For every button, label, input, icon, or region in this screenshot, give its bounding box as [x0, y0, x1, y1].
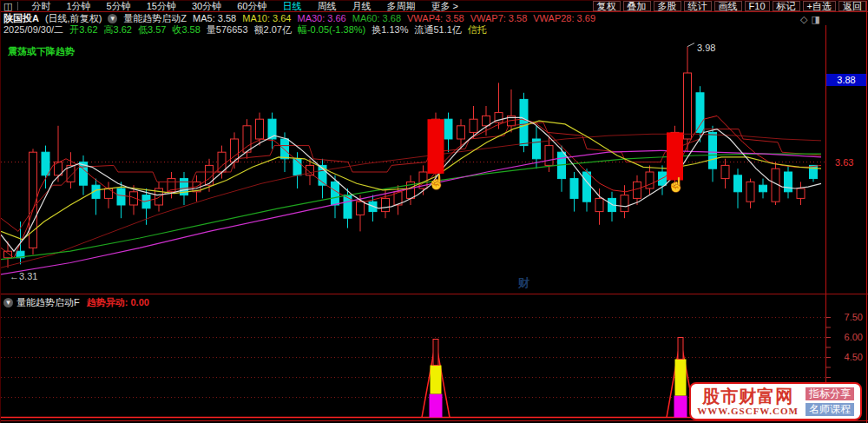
sector-label[interactable]: 信托 [468, 25, 487, 35]
candle-body [797, 188, 805, 198]
tab-multi-period[interactable]: 多周期 [386, 2, 415, 11]
toolbar-divider [17, 2, 18, 10]
tab-minute-chart[interactable]: 分时 [31, 2, 50, 11]
draw-line-button[interactable]: 画线 [714, 1, 742, 11]
buy-signal-block [667, 132, 683, 180]
amount-value: 额2.07亿 [254, 25, 292, 35]
overlay-button[interactable]: 叠加 [623, 1, 651, 11]
candle-body [4, 251, 12, 258]
spike-bar-red [433, 339, 438, 365]
date-label: 2025/09/30/二 [3, 25, 63, 35]
candle-body [42, 152, 49, 175]
candle-body [457, 126, 465, 139]
indicator-collapse-icon[interactable]: ▾ [108, 14, 117, 23]
stock-info-row: 陕国投A (日线,前复权) ▾ 量能趋势启动Z MA5: 3.58 MA10: … [3, 13, 602, 23]
window-split-icon[interactable]: ◫ [3, 2, 12, 11]
candle-body [785, 172, 792, 192]
tab-monthly[interactable]: 月线 [352, 2, 371, 11]
candle-body [634, 182, 641, 198]
candle-body [520, 99, 528, 145]
float-cap-value: 流通51.1亿 [414, 25, 461, 35]
tab-more[interactable]: 更多 > [431, 2, 457, 11]
candle-body [256, 119, 264, 139]
ma5-value: MA5: 3.58 [193, 14, 236, 23]
tab-60min[interactable]: 60分钟 [237, 2, 266, 11]
hand-pointer-icon: ☝ [667, 176, 685, 193]
tab-5min[interactable]: 5分钟 [107, 2, 131, 11]
candle-body [357, 202, 365, 215]
axis-price-363: 3.63 [835, 157, 853, 168]
mini-icons: ◇◨ [800, 14, 824, 25]
high-value: 高3.62 [104, 25, 132, 35]
candle-body [621, 195, 628, 212]
candle-body [595, 198, 603, 211]
candle-body [734, 175, 742, 192]
candle-body [117, 188, 125, 205]
main-chart-canvas[interactable]: 3.98←3.31 [1, 36, 825, 294]
tab-daily[interactable]: 日线 [282, 2, 301, 11]
vwap4-value: VWAP4: 3.58 [407, 14, 464, 23]
ma60-value: MA60: 3.68 [352, 14, 401, 23]
candlestick-chart: 3.98←3.31 [1, 36, 825, 294]
turnover-value: 换1.13% [372, 25, 408, 35]
spike-bar-magenta [674, 396, 687, 418]
bottom-border-line [1, 420, 868, 421]
watermark-char: 财 [518, 275, 529, 291]
tab-1min[interactable]: 1分钟 [66, 2, 90, 11]
site-watermark-card: 股市财富网 WWW.GSCFW.COM 指标分享 名师课程 [689, 382, 862, 420]
site-tags: 指标分享 名师课程 [806, 387, 854, 416]
site-url: WWW.GSCFW.COM [697, 406, 799, 416]
ma30-value: MA30: 3.66 [297, 14, 345, 23]
candle-body [382, 198, 390, 211]
annotation-low-price: ←3.31 [10, 271, 37, 281]
trend-annotation: 震荡或下降趋势 [8, 45, 75, 58]
panel2-axis-450: 4.50 [828, 352, 863, 362]
site-identity: 股市财富网 WWW.GSCFW.COM [697, 387, 799, 416]
restore-rights-button[interactable]: 复权 [593, 1, 621, 11]
main-indicator-name[interactable]: 量能趋势启动Z [123, 14, 187, 23]
half-square-icon[interactable]: ◨ [811, 14, 823, 24]
volume-value: 量576653 [207, 25, 248, 35]
change-value: 幅-0.05(-1.38%) [298, 25, 365, 35]
statistics-button[interactable]: 统计 [684, 1, 712, 11]
overlay-line-ma30 [1, 150, 821, 274]
spike-bar-yellow [431, 366, 442, 394]
f10-button[interactable]: F10 [745, 1, 770, 11]
mark-button[interactable]: 标记 [773, 1, 800, 11]
stock-title: 陕国投A [3, 14, 39, 23]
tdx-trading-window: ◫ 分时 1分钟 5分钟 15分钟 30分钟 60分钟 日线 周线 月线 多周期… [0, 0, 868, 423]
tab-weekly[interactable]: 周线 [317, 2, 336, 11]
candle-body [760, 185, 767, 192]
candle-body [483, 116, 490, 125]
annotation-high-price: 3.98 [697, 43, 715, 53]
candle-body [583, 172, 591, 202]
diamond-icon[interactable]: ◇ [800, 14, 811, 24]
spike-bar-yellow [675, 359, 687, 395]
tag-teacher-course: 名师课程 [806, 403, 854, 416]
multi-stock-button[interactable]: 多股 [654, 1, 681, 11]
panel2-axis-600: 6.00 [828, 332, 863, 342]
candle-body [545, 146, 553, 166]
buy-signal-block [428, 119, 444, 174]
candle-body [332, 182, 339, 205]
window-right-border [866, 1, 867, 423]
toolbar-separator-line [1, 11, 868, 12]
candle-body [646, 172, 654, 188]
vwap28-value: VWAP28: 3.69 [533, 14, 595, 23]
right-toolbar: 复权 叠加 多股 统计 画线 F10 标记 +自选 返回 [590, 1, 866, 11]
tab-30min[interactable]: 30分钟 [192, 2, 221, 11]
panel2-axis-750: 7.50 [828, 312, 863, 322]
candle-body [696, 93, 704, 133]
last-price-label: 3.88 [826, 74, 866, 86]
add-watchlist-button[interactable]: +自选 [803, 1, 836, 11]
return-button[interactable]: 返回 [838, 1, 866, 11]
candle-body [281, 139, 289, 159]
candle-body [709, 132, 717, 169]
annotation-connector [687, 43, 694, 47]
ma10-value: MA10: 3.64 [242, 14, 291, 23]
spike-bar-red [678, 338, 683, 360]
daily-stats-row: 2025/09/30/二 开3.62 高3.62 低3.57 收3.58 量57… [3, 24, 493, 35]
candle-body [684, 73, 692, 139]
low-value: 低3.57 [138, 25, 166, 35]
tab-15min[interactable]: 15分钟 [147, 2, 176, 11]
